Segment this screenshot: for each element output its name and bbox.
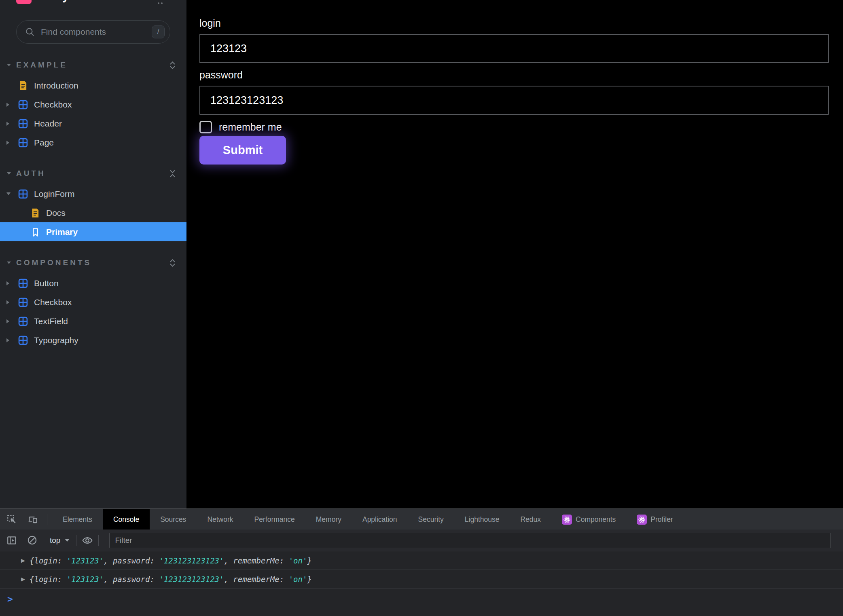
tab-lighthouse[interactable]: Lighthouse (454, 509, 510, 530)
console-sidebar-toggle-icon[interactable] (6, 534, 18, 546)
tab-label: Security (418, 515, 444, 524)
remember-checkbox[interactable] (199, 121, 212, 133)
brand-row: Storybook (0, 0, 186, 6)
search-box[interactable]: / (16, 20, 170, 44)
sidebar-item-textfield[interactable]: TextField (0, 312, 186, 331)
section-header-example[interactable]: EXAMPLE (0, 58, 186, 72)
live-expression-eye-icon[interactable] (81, 534, 93, 546)
sidebar-item-loginform[interactable]: LoginForm (0, 184, 186, 203)
sidebar-item-label: TextField (34, 316, 68, 326)
tab-profiler[interactable]: Profiler (626, 509, 683, 530)
console-input-row[interactable]: > (0, 589, 843, 604)
console-log-row[interactable]: ▶ {login: '123123', password: '123123123… (0, 570, 843, 589)
expand-all-icon[interactable] (168, 61, 177, 70)
sidebar-item-button[interactable]: Button (0, 274, 186, 293)
caret-right-icon[interactable] (6, 338, 17, 342)
sidebar-item-label: Page (34, 138, 54, 148)
tab-label: Console (113, 515, 139, 524)
sidebar-section-auth: AUTH LoginForm (0, 167, 186, 241)
tab-redux[interactable]: Redux (510, 509, 551, 530)
remember-label: remember me (219, 121, 282, 133)
sidebar-item-introduction[interactable]: Introduction (0, 76, 186, 95)
tab-label: Components (576, 515, 616, 524)
login-label: login (199, 17, 829, 29)
component-icon (17, 188, 29, 200)
log-text: {login: (30, 575, 67, 584)
expand-triangle-icon[interactable]: ▶ (21, 557, 25, 563)
caret-down-icon[interactable] (7, 64, 11, 66)
expand-all-icon[interactable] (168, 258, 177, 268)
console-filter-input[interactable] (109, 533, 831, 548)
caret-down-icon (65, 539, 70, 542)
tab-network[interactable]: Network (197, 509, 244, 530)
frame-context-select[interactable]: top (48, 536, 71, 545)
caret-down-icon[interactable] (7, 262, 11, 264)
sidebar-item-label: Typography (34, 335, 78, 345)
frame-context-label: top (50, 536, 60, 545)
component-icon (17, 278, 29, 289)
console-log-row[interactable]: ▶ {login: '123123', password: '123123123… (0, 551, 843, 570)
caret-right-icon[interactable] (6, 122, 17, 126)
log-text: , rememberMe: (224, 575, 288, 584)
tab-console[interactable]: Console (103, 509, 150, 530)
inspect-element-icon[interactable] (6, 513, 18, 525)
component-icon (17, 137, 29, 148)
tab-label: Lighthouse (465, 515, 500, 524)
tab-security[interactable]: Security (408, 509, 454, 530)
sidebar-item-primary[interactable]: Primary (0, 222, 186, 241)
tab-application[interactable]: Application (352, 509, 408, 530)
tab-sources[interactable]: Sources (150, 509, 197, 530)
caret-right-icon[interactable] (6, 319, 17, 323)
sidebar-item-label: Header (34, 119, 62, 129)
devtools-panel: Elements Console Sources Network Perform… (0, 508, 843, 616)
tab-label: Profiler (650, 515, 673, 524)
storybook-logo-icon[interactable] (16, 0, 32, 4)
console-prompt-icon: > (7, 594, 13, 604)
login-input[interactable] (199, 34, 829, 63)
bookmark-icon (30, 226, 41, 238)
shortcuts-icon[interactable] (156, 0, 164, 5)
password-input[interactable] (199, 86, 829, 115)
clear-console-icon[interactable] (26, 534, 38, 546)
sidebar-item-checkbox[interactable]: Checkbox (0, 95, 186, 114)
search-input[interactable] (40, 27, 152, 37)
caret-right-icon[interactable] (6, 141, 17, 145)
caret-right-icon[interactable] (6, 281, 17, 285)
sidebar-item-docs[interactable]: Docs (0, 203, 186, 222)
tab-performance[interactable]: Performance (244, 509, 305, 530)
tab-label: Redux (520, 515, 541, 524)
sidebar-item-label: LoginForm (34, 189, 74, 199)
caret-right-icon[interactable] (6, 300, 17, 304)
section-label: EXAMPLE (16, 61, 68, 70)
slash-shortcut-badge: / (152, 25, 165, 38)
component-icon (17, 335, 29, 346)
tab-label: Elements (63, 515, 92, 524)
password-label: password (199, 69, 829, 81)
tab-components[interactable]: Components (551, 509, 626, 530)
log-string: 'on' (289, 575, 307, 584)
caret-down-icon[interactable] (6, 192, 17, 195)
sidebar-item-header[interactable]: Header (0, 114, 186, 133)
caret-down-icon[interactable] (7, 172, 11, 175)
device-toolbar-icon[interactable] (27, 513, 39, 525)
expand-triangle-icon[interactable]: ▶ (21, 576, 25, 582)
log-string: '123123' (67, 575, 104, 584)
section-header-auth[interactable]: AUTH (0, 167, 186, 180)
tab-elements[interactable]: Elements (52, 509, 103, 530)
section-header-components[interactable]: COMPONENTS (0, 256, 186, 270)
doc-icon (17, 80, 29, 91)
submit-button[interactable]: Submit (199, 136, 286, 165)
brand-title: Storybook (38, 0, 98, 3)
log-text: , password: (104, 556, 159, 565)
sidebar-item-page[interactable]: Page (0, 133, 186, 152)
toolbar-divider (47, 514, 47, 525)
collapse-all-icon[interactable] (168, 169, 177, 178)
component-icon (17, 297, 29, 308)
sidebar-item-label: Checkbox (34, 297, 72, 307)
sidebar-item-checkbox-2[interactable]: Checkbox (0, 293, 186, 312)
tab-memory[interactable]: Memory (305, 509, 352, 530)
log-string: '123123' (67, 556, 104, 565)
sidebar-section-example: EXAMPLE Introduction (0, 58, 186, 152)
caret-right-icon[interactable] (6, 103, 17, 107)
sidebar-item-typography[interactable]: Typography (0, 331, 186, 350)
